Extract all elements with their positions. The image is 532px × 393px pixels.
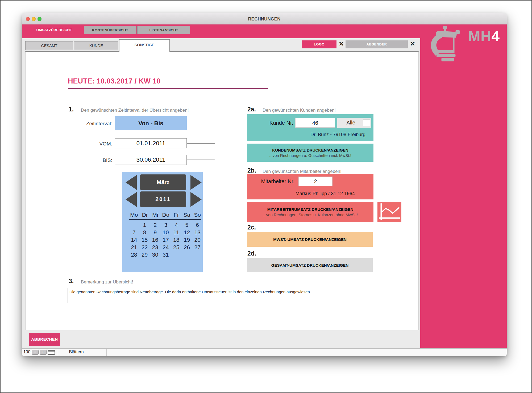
- calendar-day[interactable]: [182, 252, 192, 258]
- vom-date-field[interactable]: 01.01.2011: [115, 138, 187, 148]
- calendar-week-row: 1 2 3 4 5 6: [129, 222, 203, 229]
- mitarbeiter-nr-label: Mitarbeiter Nr.: [249, 178, 294, 185]
- kundenumsatz-button-subtitle: ...von Rechnungen u. Gutschriften incl. …: [269, 153, 351, 158]
- calendar-day[interactable]: 19: [182, 237, 192, 244]
- weekday: Fr: [171, 212, 182, 219]
- step2a-number: 2a.: [247, 106, 256, 113]
- tab-kontenuebersicht[interactable]: KONTENÜBERSICHT: [84, 26, 136, 34]
- weekday: Sa: [182, 212, 192, 219]
- page-title-underline: [68, 88, 268, 89]
- calendar-day[interactable]: 30: [150, 252, 160, 258]
- gesamt-umsatz-button[interactable]: GESAMT-UMSATZ DRUCKEN/ANZEIGEN: [247, 258, 373, 272]
- calendar-day[interactable]: 29: [139, 252, 150, 258]
- calendar-day[interactable]: 14: [129, 237, 139, 244]
- screenshot-canvas: RECHNUNGEN MH4 UMSATZÜBERSICHT KONTENÜBE…: [0, 0, 532, 393]
- next-month-arrow-icon[interactable]: [190, 175, 202, 190]
- calendar-day[interactable]: [192, 252, 203, 258]
- calendar-day[interactable]: 15: [139, 237, 150, 244]
- prev-month-arrow-icon[interactable]: [126, 175, 137, 190]
- alle-button[interactable]: Alle: [337, 118, 371, 128]
- layout-view-icon[interactable]: [48, 350, 55, 355]
- calendar-day[interactable]: 4: [171, 222, 182, 229]
- step3-instruction: Bemerkung zur Übersicht!: [81, 279, 133, 285]
- mwst-umsatz-button[interactable]: MWST.-UMSATZ DRUCKEN/ANZEIGEN: [247, 232, 373, 247]
- calendar-day[interactable]: 12: [182, 229, 192, 236]
- tab-kunde[interactable]: KUNDE: [74, 41, 118, 50]
- brand-sidebar: [420, 38, 507, 348]
- calendar-week-row: 21 22 23 24 25 26 27: [129, 244, 203, 251]
- absender-remove-icon[interactable]: ✕: [409, 40, 417, 48]
- zeitinterval-label: Zeitinterval:: [64, 121, 112, 127]
- zoom-level: 100: [23, 350, 31, 354]
- calendar-day[interactable]: 3: [160, 222, 171, 229]
- calendar-day[interactable]: [171, 252, 182, 258]
- bemerkung-field[interactable]: Die genannten Rechnungsbeträge sind Nett…: [68, 288, 375, 303]
- calendar-day[interactable]: 25: [171, 244, 182, 251]
- mitarbeiterumsatz-button[interactable]: MITARBEITERUMSATZ DRUCKEN/ANZEIGEN ...vo…: [247, 202, 373, 222]
- bis-label: BIS:: [64, 157, 112, 163]
- calendar-month: März: [140, 174, 186, 190]
- calendar-year: 2011: [140, 191, 186, 207]
- calendar-day[interactable]: 9: [150, 229, 160, 236]
- calendar-day[interactable]: 5: [182, 222, 192, 229]
- zoom-out-icon[interactable]: −: [32, 350, 39, 355]
- calendar-day[interactable]: 23: [150, 244, 160, 251]
- calendar-day[interactable]: 7: [129, 229, 139, 236]
- calendar-day[interactable]: 2: [150, 222, 160, 229]
- kunde-nr-field[interactable]: 46: [295, 118, 335, 128]
- calendar-day[interactable]: 31: [160, 252, 171, 258]
- statusbar-separator: [106, 349, 107, 356]
- step2b-number: 2b.: [247, 167, 256, 174]
- brand-name-4: 4: [492, 28, 500, 44]
- umsatz-chart-button[interactable]: [377, 202, 401, 222]
- calendar-day[interactable]: 18: [171, 237, 182, 244]
- calendar-day[interactable]: 28: [129, 252, 139, 258]
- next-year-arrow-icon[interactable]: [190, 192, 202, 207]
- mitarbeiterumsatz-button-label: MITARBEITERUMSATZ DRUCKEN/ANZEIGEN: [267, 207, 354, 212]
- tab-listenansicht[interactable]: LISTENANSICHT: [137, 26, 190, 34]
- calendar-day[interactable]: 6: [192, 222, 203, 229]
- tab-sonstige[interactable]: SONSTIGE: [119, 39, 170, 52]
- calendar-day[interactable]: 11: [171, 229, 182, 236]
- calendar-day[interactable]: 27: [192, 244, 203, 251]
- step1-number: 1.: [69, 106, 74, 113]
- mh4-articulator-logo-icon: [427, 26, 467, 63]
- zeitinterval-select[interactable]: Von - Bis: [115, 116, 187, 130]
- bis-date-field[interactable]: 30.06.2011: [115, 155, 187, 165]
- calendar-day[interactable]: 13: [192, 229, 203, 236]
- calendar-day[interactable]: 20: [192, 237, 203, 244]
- weekday: So: [192, 212, 203, 219]
- calendar-day[interactable]: 16: [150, 237, 160, 244]
- prev-year-arrow-icon[interactable]: [126, 192, 137, 207]
- step2d-number: 2d.: [247, 250, 256, 257]
- mitarbeiter-info: Markus Philipp / 31.12.1964: [267, 191, 355, 196]
- calendar-day[interactable]: 10: [160, 229, 171, 236]
- calendar-day[interactable]: 21: [129, 244, 139, 251]
- zoom-in-icon[interactable]: +: [40, 350, 47, 355]
- alle-checkbox[interactable]: [363, 119, 370, 126]
- step2c-number: 2c.: [247, 224, 256, 231]
- kundenumsatz-button[interactable]: KUNDENUMSATZ DRUCKEN/ANZEIGEN ...von Rec…: [247, 144, 373, 162]
- step1-instruction: Den gewünschten Zeitinterval der Übersic…: [81, 108, 189, 113]
- alle-label: Alle: [339, 120, 363, 126]
- browse-mode-selector[interactable]: Blättern: [59, 350, 94, 354]
- kunde-info: Dr. Bünz - 79108 Freiburg: [267, 132, 365, 137]
- calendar-day[interactable]: 24: [160, 244, 171, 251]
- calendar-day[interactable]: 1: [139, 222, 150, 229]
- abbrechen-button[interactable]: ABBRECHEN: [29, 333, 60, 346]
- brand-name-mh: MH: [468, 28, 492, 44]
- calendar-day[interactable]: [129, 222, 139, 229]
- kundenumsatz-button-label: KUNDENUMSATZ DRUCKEN/ANZEIGEN: [272, 148, 348, 152]
- tab-umsatzuebersicht[interactable]: UMSATZÜBERSICHT: [25, 26, 83, 34]
- calendar-day[interactable]: 17: [160, 237, 171, 244]
- absender-button[interactable]: ABSENDER: [346, 40, 408, 48]
- logo-remove-icon[interactable]: ✕: [337, 40, 345, 48]
- calendar-day[interactable]: 22: [139, 244, 150, 251]
- calendar-day[interactable]: 26: [182, 244, 192, 251]
- tab-gesamt[interactable]: GESAMT: [25, 41, 73, 50]
- logo-button[interactable]: LOGO: [302, 40, 336, 48]
- calendar-day[interactable]: 8: [139, 229, 150, 236]
- calendar-weekday-header: Mo Di Mi Do Fr Sa So: [129, 212, 203, 219]
- mitarbeiter-nr-field[interactable]: 2: [298, 177, 332, 186]
- calendar-week-row: 28 29 30 31: [129, 252, 203, 258]
